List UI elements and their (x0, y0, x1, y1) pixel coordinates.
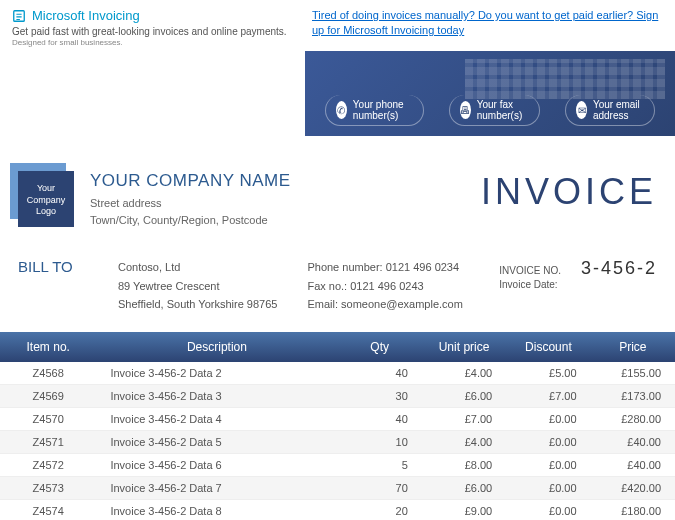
phone-label: Your phone number(s) (353, 99, 413, 121)
billto-name: Contoso, Ltd (118, 258, 277, 277)
th-price: Price (591, 332, 675, 362)
company-logo: Your Company Logo (18, 171, 74, 227)
cell-item: Z4572 (0, 454, 96, 477)
cell-desc: Invoice 3-456-2 Data 3 (96, 385, 337, 408)
cell-qty: 5 (337, 454, 421, 477)
th-unit: Unit price (422, 332, 506, 362)
cell-item: Z4571 (0, 431, 96, 454)
table-row: Z4571Invoice 3-456-2 Data 510£4.00£0.00£… (0, 431, 675, 454)
cell-desc: Invoice 3-456-2 Data 6 (96, 454, 337, 477)
table-row: Z4569Invoice 3-456-2 Data 330£6.00£7.00£… (0, 385, 675, 408)
billto-address: Contoso, Ltd 89 Yewtree Crescent Sheffie… (118, 258, 277, 314)
cell-item: Z4573 (0, 477, 96, 500)
th-desc: Description (96, 332, 337, 362)
cell-unit: £8.00 (422, 454, 506, 477)
cell-qty: 30 (337, 385, 421, 408)
cell-disc: £7.00 (506, 385, 590, 408)
billto-city: Sheffield, South Yorkshire 98765 (118, 295, 277, 314)
cell-disc: £5.00 (506, 362, 590, 385)
contact-banner: ✆ Your phone number(s) 🖷 Your fax number… (305, 51, 675, 136)
cell-unit: £6.00 (422, 477, 506, 500)
table-row: Z4572Invoice 3-456-2 Data 65£8.00£0.00£4… (0, 454, 675, 477)
fax-icon: 🖷 (460, 101, 471, 119)
cell-item: Z4568 (0, 362, 96, 385)
cell-qty: 10 (337, 431, 421, 454)
cell-price: £40.00 (591, 431, 675, 454)
billto-contact: Phone number: 0121 496 0234 Fax no.: 012… (307, 258, 462, 314)
cell-desc: Invoice 3-456-2 Data 2 (96, 362, 337, 385)
cell-unit: £6.00 (422, 385, 506, 408)
promo-link[interactable]: Tired of doing invoices manually? Do you… (312, 8, 662, 47)
cell-disc: £0.00 (506, 408, 590, 431)
cell-item: Z4570 (0, 408, 96, 431)
cell-price: £173.00 (591, 385, 675, 408)
cell-price: £155.00 (591, 362, 675, 385)
cell-desc: Invoice 3-456-2 Data 8 (96, 500, 337, 520)
cell-disc: £0.00 (506, 454, 590, 477)
billto-street: 89 Yewtree Crescent (118, 277, 277, 296)
cell-price: £40.00 (591, 454, 675, 477)
company-name: YOUR COMPANY NAME (90, 171, 465, 191)
cell-item: Z4569 (0, 385, 96, 408)
email-contact: ✉ Your email address (565, 95, 655, 126)
invoice-date-label: Invoice Date: (499, 279, 557, 290)
th-disc: Discount (506, 332, 590, 362)
invoicing-icon (12, 9, 26, 23)
company-street: Street address (90, 195, 465, 212)
billto-fax: Fax no.: 0121 496 0243 (307, 277, 462, 296)
table-row: Z4574Invoice 3-456-2 Data 820£9.00£0.00£… (0, 500, 675, 520)
cell-disc: £0.00 (506, 500, 590, 520)
billto-phone: Phone number: 0121 496 0234 (307, 258, 462, 277)
table-row: Z4568Invoice 3-456-2 Data 240£4.00£5.00£… (0, 362, 675, 385)
cell-desc: Invoice 3-456-2 Data 4 (96, 408, 337, 431)
cell-desc: Invoice 3-456-2 Data 7 (96, 477, 337, 500)
brand-box: Microsoft Invoicing Get paid fast with g… (12, 8, 292, 47)
th-qty: Qty (337, 332, 421, 362)
cell-unit: £9.00 (422, 500, 506, 520)
cell-disc: £0.00 (506, 477, 590, 500)
email-label: Your email address (593, 99, 644, 121)
brand-tagline: Get paid fast with great-looking invoice… (12, 25, 292, 38)
cell-price: £180.00 (591, 500, 675, 520)
phone-contact: ✆ Your phone number(s) (325, 95, 424, 126)
cell-qty: 70 (337, 477, 421, 500)
th-item: Item no. (0, 332, 96, 362)
invoice-title: INVOICE (481, 171, 657, 213)
company-city: Town/City, County/Region, Postcode (90, 212, 465, 229)
table-row: Z4573Invoice 3-456-2 Data 770£6.00£0.00£… (0, 477, 675, 500)
fax-label: Your fax number(s) (477, 99, 529, 121)
cell-item: Z4574 (0, 500, 96, 520)
line-items-table: Item no. Description Qty Unit price Disc… (0, 332, 675, 520)
cell-qty: 40 (337, 362, 421, 385)
brand-name: Microsoft Invoicing (32, 8, 140, 23)
cell-price: £280.00 (591, 408, 675, 431)
logo-placeholder: Your Company Logo (18, 171, 74, 218)
billto-label: BILL TO (18, 258, 88, 314)
invoice-no: 3-456-2 (581, 258, 657, 279)
invoice-no-label: INVOICE NO. (499, 265, 561, 276)
invoice-meta: INVOICE NO. 3-456-2 Invoice Date: (499, 258, 657, 314)
cell-desc: Invoice 3-456-2 Data 5 (96, 431, 337, 454)
cell-price: £420.00 (591, 477, 675, 500)
cell-disc: £0.00 (506, 431, 590, 454)
phone-icon: ✆ (336, 101, 347, 119)
table-row: Z4570Invoice 3-456-2 Data 440£7.00£0.00£… (0, 408, 675, 431)
email-icon: ✉ (576, 101, 587, 119)
cell-unit: £4.00 (422, 362, 506, 385)
brand-subtext: Designed for small businesses. (12, 38, 292, 47)
fax-contact: 🖷 Your fax number(s) (449, 95, 541, 126)
cell-unit: £4.00 (422, 431, 506, 454)
billto-email: Email: someone@example.com (307, 295, 462, 314)
cell-unit: £7.00 (422, 408, 506, 431)
cell-qty: 40 (337, 408, 421, 431)
cell-qty: 20 (337, 500, 421, 520)
